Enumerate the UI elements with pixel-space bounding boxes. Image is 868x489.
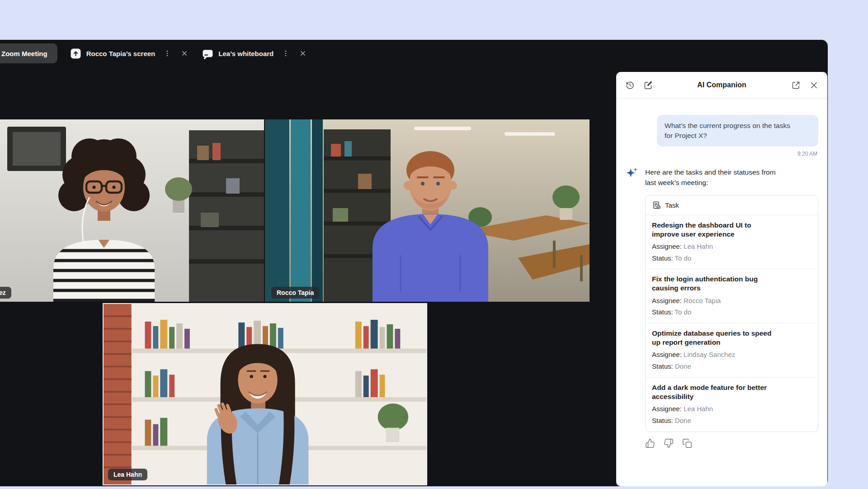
task-status: Status: Done [652, 362, 811, 371]
task-item: Add a dark mode feature for better acces… [646, 378, 818, 432]
participant-name-tag: Rocco Tapia [271, 287, 319, 299]
participant-name-tag: ez [0, 287, 11, 299]
task-status: Status: Done [652, 417, 811, 425]
task-title: Fix the login authentication bug causing… [652, 275, 811, 293]
tab-label: Lea’s whiteboard [218, 50, 274, 57]
history-icon[interactable] [624, 80, 635, 90]
thumbs-down-icon[interactable] [664, 438, 674, 448]
tab-screen-share[interactable]: Rocco Tapia’s screen [70, 48, 156, 59]
task-title: Add a dark mode feature for better acces… [652, 383, 811, 401]
ai-sparkle-icon [625, 166, 638, 180]
ai-chat-body: What’s the current progress on the tasks… [616, 99, 827, 486]
task-card-title: Task [665, 201, 679, 209]
pop-out-icon[interactable] [790, 80, 801, 90]
tab-close-icon[interactable] [179, 48, 189, 58]
task-item: Redesign the dashboard UI to improve use… [646, 215, 818, 270]
panel-title: AI Companion [653, 81, 790, 89]
task-assignee: Assignee: Lindsay Sanchez [652, 351, 811, 359]
video-tile-participant-1[interactable]: ez [0, 119, 264, 302]
message-timestamp: 9:20 AM [625, 151, 817, 157]
user-message-bubble: What’s the current progress on the tasks… [657, 115, 818, 147]
task-assignee: Assignee: Lea Hahn [652, 405, 811, 413]
task-assignee: Assignee: Lea Hahn [652, 242, 811, 251]
feedback-row [645, 438, 818, 448]
video-tile-rocco-tapia[interactable]: Rocco Tapia [265, 119, 590, 302]
tab-label: Rocco Tapia’s screen [86, 50, 156, 57]
copy-icon[interactable] [682, 438, 692, 448]
tab-label: Zoom Meeting [1, 50, 47, 57]
thumbs-up-icon[interactable] [645, 438, 655, 448]
video-tile-lea-hahn[interactable]: Lea Hahn [103, 303, 427, 485]
ai-response-text: Here are the tasks and their statuses fr… [645, 167, 776, 188]
task-status: Status: To do [652, 254, 811, 263]
whiteboard-icon [202, 48, 213, 59]
task-clipboard-icon [652, 200, 661, 210]
ai-response-row: Here are the tasks and their statuses fr… [625, 167, 818, 188]
task-title: Redesign the dashboard UI to improve use… [652, 221, 811, 239]
tab-bar: Zoom Meeting Rocco Tapia’s screen Lea’s … [0, 40, 828, 67]
task-card-header: Task [646, 195, 818, 215]
tab-options-icon[interactable] [162, 48, 172, 58]
task-item: Fix the login authentication bug causing… [646, 269, 818, 323]
close-icon[interactable] [808, 80, 819, 90]
video-feed-image [265, 119, 590, 302]
new-chat-icon[interactable] [642, 80, 653, 90]
tab-zoom-meeting[interactable]: Zoom Meeting [0, 43, 57, 63]
tab-close-icon[interactable] [298, 48, 308, 58]
ai-companion-header: AI Companion [616, 72, 827, 99]
task-assignee: Assignee: Rocco Tapia [652, 297, 811, 305]
task-list-card: Task Redesign the dashboard UI to improv… [645, 195, 818, 432]
tab-whiteboard[interactable]: Lea’s whiteboard [202, 48, 274, 59]
ai-companion-panel: AI Companion What’s the current progress… [616, 72, 827, 486]
video-feed-image [0, 119, 264, 302]
screen-share-icon [70, 48, 81, 59]
task-status: Status: To do [652, 308, 811, 317]
tab-options-icon[interactable] [281, 48, 291, 58]
video-feed-image [104, 304, 426, 484]
task-item: Optimize database queries to speed up re… [646, 323, 818, 378]
task-title: Optimize database queries to speed up re… [652, 329, 811, 347]
participant-name-tag: Lea Hahn [108, 469, 147, 480]
